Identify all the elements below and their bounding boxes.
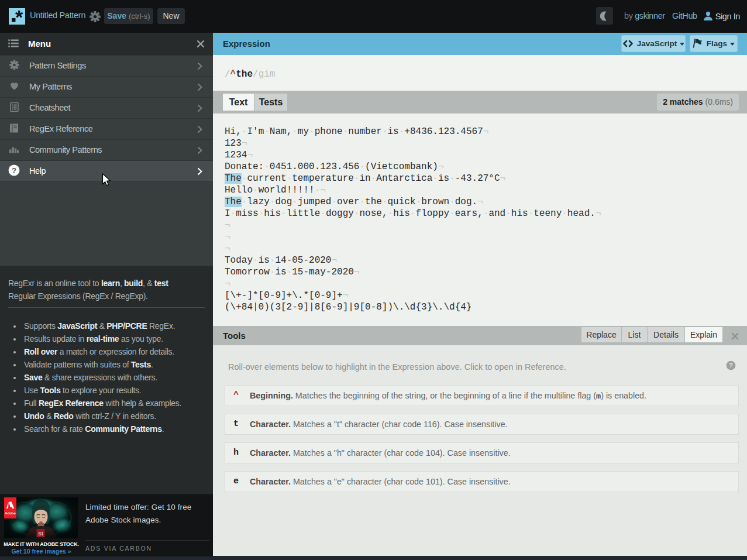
svg-text:*: * [15,8,23,25]
svg-text:?: ? [729,362,733,369]
svg-text:Adobe: Adobe [5,511,16,515]
svg-text:?: ? [12,166,16,174]
svg-text:St: St [38,531,43,537]
